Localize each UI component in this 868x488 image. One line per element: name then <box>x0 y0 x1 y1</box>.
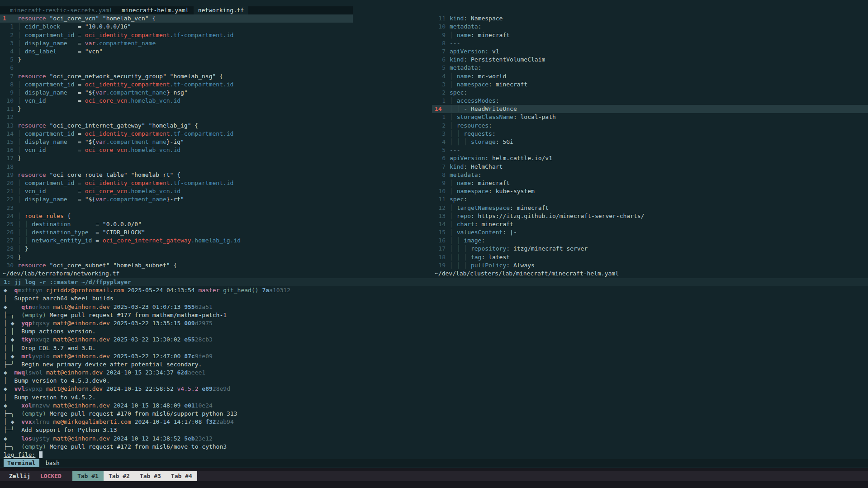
code-line: 17} <box>0 154 432 162</box>
code-line: 20│ compartment_id = oci_identity_compar… <box>0 179 432 187</box>
line-number: 21 <box>3 187 14 195</box>
line-number: 15 <box>435 228 446 237</box>
zellij-tab-tab-#1[interactable]: Tab #1 <box>72 471 104 481</box>
code-line: 5--- <box>432 146 868 154</box>
code-line: 6kind: PersistentVolumeClaim <box>432 56 868 64</box>
code-line: 11} <box>0 105 432 113</box>
line-number: 9 <box>3 89 14 97</box>
log-line: │ Support aarch64 wheel builds <box>0 294 868 303</box>
log-line: ◆ mwqlswol matt@einhorn.dev 2024-10-15 2… <box>0 369 868 377</box>
line-number: 11 <box>435 195 446 204</box>
line-number: 8 <box>3 81 14 89</box>
code-line: 12│ targetNamespace: minecraft <box>432 204 868 212</box>
line-number: 3 <box>3 39 14 47</box>
code-line: 1│ accessModes: <box>432 97 868 105</box>
log-line: log file: <box>0 451 868 459</box>
code-area-terraform: 1resource "oci_core_vcn" "homelab_vcn" {… <box>0 14 432 270</box>
line-number: 4 <box>435 138 446 146</box>
code-line: 23 <box>0 204 432 212</box>
terminal-statusbar: Terminal bash <box>0 459 868 467</box>
line-number: 26 <box>3 228 14 237</box>
code-line: 28│ } <box>0 245 432 253</box>
code-line: 15│ valuesContent: |- <box>432 228 868 237</box>
code-line: 1resource "oci_core_vcn" "homelab_vcn" { <box>0 14 353 23</box>
code-line: 26│ │ destination_type = "CIDR_BLOCK" <box>0 228 432 237</box>
line-number: 19 <box>3 171 14 179</box>
line-number: 2 <box>3 31 14 39</box>
statusline-file-path: ~/dev/lab/clusters/lab/minecraft/minecra… <box>432 270 868 278</box>
editor-panes: minecraft-restic-secrets.yamlminecraft-h… <box>0 0 868 278</box>
line-number: 15 <box>3 138 14 146</box>
buffer-tab-minecraft-restic-secrets.yaml[interactable]: minecraft-restic-secrets.yaml <box>5 6 117 14</box>
log-line: │ │ Drop EOL 3.7 and 3.8. <box>0 344 868 352</box>
code-line: 4│ dns_label = "vcn" <box>0 47 432 56</box>
log-line: ◆ vvlsvpxp matt@einhorn.dev 2024-10-15 2… <box>0 385 868 393</box>
log-line: ◆ qmxttryn cjriddz@protonmail.com 2025-0… <box>0 286 868 294</box>
code-line: 3│ display_name = var.compartment_name <box>0 39 432 47</box>
line-number: 5 <box>3 56 14 64</box>
code-line: 21│ vcn_id = oci_core_vcn.homelab_vcn.id <box>0 187 432 195</box>
zellij-tab-tab-#3[interactable]: Tab #3 <box>135 471 166 481</box>
code-line: 4│ name: mc-world <box>432 72 868 81</box>
line-number: 5 <box>435 146 446 154</box>
line-number: 4 <box>3 47 14 56</box>
code-line: 6 <box>0 64 432 72</box>
shell-name: bash <box>46 459 60 467</box>
terminal-pane[interactable]: 1: jj log -r ::master ~/d/ffpyplayer ◆ q… <box>0 278 868 468</box>
line-number: 24 <box>3 212 14 220</box>
line-number: 9 <box>435 179 446 187</box>
code-line: 10│ vcn_id = oci_core_vcn.homelab_vcn.id <box>0 97 432 105</box>
code-line: 7kind: HelmChart <box>432 163 868 171</box>
buffer-tab-minecraft-helm.yaml[interactable]: minecraft-helm.yaml <box>117 6 194 14</box>
zellij-tab-tab-#2[interactable]: Tab #2 <box>104 471 135 481</box>
code-line: 13resource "oci_core_internet_gateway" "… <box>0 122 432 130</box>
line-number: 7 <box>3 72 14 81</box>
mode-indicator-locked: LOCKED <box>40 472 62 480</box>
code-line: 11kind: Namespace <box>432 14 868 23</box>
code-line: 8│ compartment_id = oci_identity_compart… <box>0 81 432 89</box>
log-line: ├─╯ Add support for Python 3.13 <box>0 426 868 434</box>
code-line: 2│ resources: <box>432 122 868 130</box>
code-line: 4│ │ │ storage: 5Gi <box>432 138 868 146</box>
line-number: 20 <box>3 179 14 187</box>
line-number: 27 <box>3 237 14 245</box>
code-line: 14│ compartment_id = oci_identity_compar… <box>0 130 432 138</box>
code-line: 29} <box>0 253 432 261</box>
line-number: 1 <box>435 113 446 121</box>
code-line: 2│ compartment_id = oci_identity_compart… <box>0 31 432 39</box>
zellij-status-area: Zellij LOCKED Tab #1Tab #2Tab #3Tab #4 <box>0 468 868 488</box>
code-line: 14│ chart: minecraft <box>432 220 868 228</box>
line-number: 28 <box>3 245 14 253</box>
line-number: 2 <box>435 122 446 130</box>
code-line: 17│ │ │ repository: itzg/minecraft-serve… <box>432 245 868 253</box>
zellij-logo: Zellij <box>9 472 30 480</box>
code-line: 16│ │ image: <box>432 237 868 245</box>
log-line: │ ◆ tkynxvqz matt@einhorn.dev 2025-03-22… <box>0 336 868 344</box>
line-number: 16 <box>3 146 14 154</box>
editor-pane-networking-tf[interactable]: minecraft-restic-secrets.yamlminecraft-h… <box>0 0 432 278</box>
line-number: 8 <box>435 39 446 47</box>
log-line: ├─╮ (empty) Merge pull request #170 from… <box>0 410 868 418</box>
terminal-pane-title: 1: jj log -r ::master ~/d/ffpyplayer <box>0 278 868 286</box>
line-number: 30 <box>3 261 14 270</box>
log-line: │ ◆ mrlyvplo matt@einhorn.dev 2025-03-22… <box>0 352 868 360</box>
code-line: 14│ │ - ReadWriteOnce <box>432 105 868 113</box>
line-number: 16 <box>435 237 446 245</box>
line-number: 18 <box>3 163 14 171</box>
line-number: 4 <box>435 72 446 81</box>
zellij-session: minecraft-restic-secrets.yamlminecraft-h… <box>0 0 868 488</box>
buffer-tab-networking.tf[interactable]: networking.tf <box>194 6 249 14</box>
code-line: 12 <box>0 113 432 121</box>
code-line: 7resource "oci_core_network_security_gro… <box>0 72 432 81</box>
code-line: 3│ namespace: minecraft <box>432 81 868 89</box>
editor-pane-minecraft-helm-yaml[interactable]: 11kind: Namespace10metadata:9│ name: min… <box>432 0 868 278</box>
zellij-tab-tab-#4[interactable]: Tab #4 <box>166 471 197 481</box>
line-number: 8 <box>435 171 446 179</box>
line-number: 12 <box>435 204 446 212</box>
code-area-yaml: 11kind: Namespace10metadata:9│ name: min… <box>432 14 868 270</box>
code-line: 2spec: <box>432 89 868 97</box>
code-line: 27│ │ network_entity_id = oci_core_inter… <box>0 237 432 245</box>
log-line: ◆ xolmnzvw matt@einhorn.dev 2024-10-15 1… <box>0 402 868 410</box>
code-line: 9│ name: minecraft <box>432 31 868 39</box>
log-line: ├─╮ (empty) Merge pull request #172 from… <box>0 443 868 451</box>
